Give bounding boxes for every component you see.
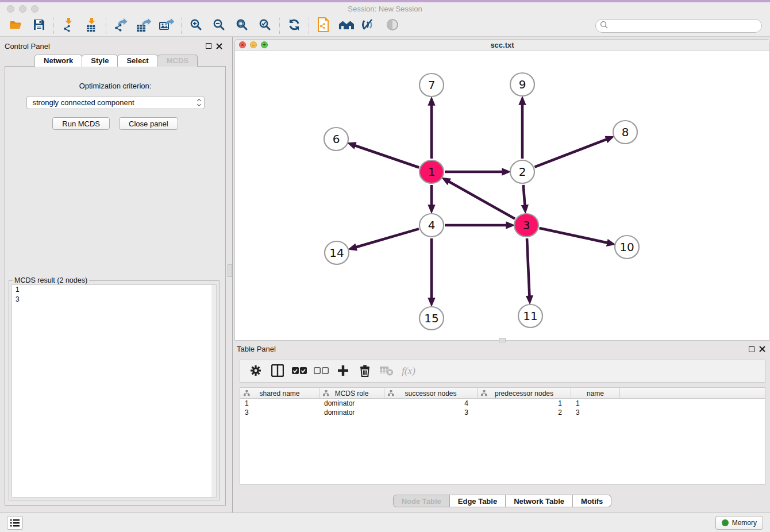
lens-button[interactable] <box>381 16 404 36</box>
column-header-predecessor-nodes[interactable]: predecessor nodes <box>478 388 571 399</box>
network-window-titlebar[interactable]: × – + scc.txt <box>235 40 769 51</box>
float-panel-icon[interactable] <box>206 43 211 49</box>
trash-button[interactable] <box>355 362 375 380</box>
node-9[interactable]: 9 <box>510 73 534 96</box>
close-panel-icon[interactable] <box>216 43 222 49</box>
edge-2-3[interactable] <box>523 185 525 206</box>
edge-2-8[interactable] <box>535 139 608 167</box>
add-button[interactable] <box>333 362 353 380</box>
column-header-name[interactable]: name <box>571 388 620 399</box>
close-table-panel-icon[interactable] <box>759 346 765 352</box>
column-header-MCDS-role[interactable]: MCDS role <box>319 388 384 399</box>
export-image-icon <box>159 18 174 33</box>
edge-3-10[interactable] <box>540 228 609 243</box>
node-10[interactable]: 10 <box>615 236 639 259</box>
import-table-button[interactable] <box>80 16 103 36</box>
zoom-out-button[interactable] <box>207 16 230 36</box>
export-table-button[interactable] <box>132 16 155 36</box>
edge-3-11[interactable] <box>527 238 530 297</box>
column-header-successor-nodes[interactable]: successor nodes <box>384 388 478 399</box>
tab-network[interactable]: Network <box>34 55 82 67</box>
checkboxes-off-icon <box>314 367 329 376</box>
table-row[interactable]: 1dominator411 <box>240 399 765 408</box>
result-scrollbar[interactable] <box>211 285 216 497</box>
save-button[interactable] <box>28 16 51 36</box>
tab-select[interactable]: Select <box>117 55 157 67</box>
search-box[interactable] <box>595 19 762 33</box>
task-history-button[interactable] <box>7 516 23 530</box>
node-14[interactable]: 14 <box>325 241 349 264</box>
search-input[interactable] <box>610 20 761 32</box>
search-icon <box>600 21 608 31</box>
cell-predecessor-nodes[interactable]: 1 <box>478 399 571 408</box>
zoom-in-button[interactable] <box>184 16 207 36</box>
splitter-handle[interactable] <box>228 264 232 277</box>
folder-open-button[interactable] <box>5 16 28 36</box>
cell-MCDS-role[interactable]: dominator <box>319 399 384 408</box>
table-delete-button <box>377 362 396 380</box>
criterion-select[interactable]: strongly connected component <box>26 96 205 109</box>
column-header-label: name <box>587 390 604 398</box>
network-canvas[interactable]: 7968124314101511 <box>235 51 769 340</box>
column-header-label: shared name <box>259 390 299 398</box>
eye-slash-button[interactable] <box>358 16 381 36</box>
memory-button[interactable]: Memory <box>715 516 763 530</box>
svg-text:15: 15 <box>424 311 438 325</box>
mcds-result-list[interactable]: 13 <box>11 284 217 498</box>
optimization-criterion-label: Optimization criterion: <box>5 82 225 90</box>
edge-3-1[interactable] <box>448 181 515 219</box>
houses-icon <box>338 18 355 33</box>
tab-network-table[interactable]: Network Table <box>506 495 573 507</box>
node-6[interactable]: 6 <box>324 128 348 151</box>
refresh-button[interactable] <box>283 16 306 36</box>
tab-style[interactable]: Style <box>82 55 118 67</box>
checkboxes-on-button[interactable] <box>290 362 309 380</box>
edge-1-6[interactable] <box>354 145 419 168</box>
svg-text:7: 7 <box>428 78 436 92</box>
node-4[interactable]: 4 <box>419 214 444 237</box>
node-7[interactable]: 7 <box>419 74 444 97</box>
close-panel-button[interactable]: Close panel <box>119 117 178 130</box>
toolbar-separator <box>53 18 54 34</box>
export-image-button[interactable] <box>155 16 178 36</box>
export-network-button[interactable] <box>109 16 132 36</box>
column-header-label: successor nodes <box>405 390 456 398</box>
cell-shared-name[interactable]: 3 <box>240 408 319 417</box>
zoom-fit-button[interactable] <box>230 16 253 36</box>
table-body: 1dominator4113dominator323 <box>240 399 765 417</box>
node-1[interactable]: 1 <box>419 160 444 183</box>
import-network-button[interactable] <box>57 16 80 36</box>
edge-4-14[interactable] <box>355 229 419 247</box>
column-header-shared-name[interactable]: shared name <box>240 388 319 399</box>
node-3[interactable]: 3 <box>514 214 538 237</box>
columns-button[interactable] <box>268 362 287 380</box>
main-titlebar[interactable]: Session: New Session <box>0 2 770 15</box>
run-mcds-button[interactable]: Run MCDS <box>52 117 110 130</box>
houses-button[interactable] <box>335 16 358 36</box>
cell-successor-nodes[interactable]: 4 <box>384 399 478 408</box>
node-11[interactable]: 11 <box>518 304 542 327</box>
cell-name[interactable]: 3 <box>571 408 620 417</box>
svg-text:10: 10 <box>619 240 634 254</box>
svg-text:8: 8 <box>622 125 629 139</box>
node-15[interactable]: 15 <box>419 307 444 330</box>
cell-MCDS-role[interactable]: dominator <box>319 408 384 417</box>
float-table-panel-icon[interactable] <box>749 346 754 352</box>
node-2[interactable]: 2 <box>510 160 534 183</box>
node-table[interactable]: shared nameMCDS rolesuccessor nodesprede… <box>240 387 765 485</box>
tab-node-table[interactable]: Node Table <box>393 495 450 507</box>
cell-predecessor-nodes[interactable]: 2 <box>478 408 571 417</box>
tab-edge-table[interactable]: Edge Table <box>450 495 506 507</box>
cell-shared-name[interactable]: 1 <box>240 399 319 408</box>
cell-name[interactable]: 1 <box>571 399 620 408</box>
vertical-splitter[interactable] <box>227 37 233 512</box>
cell-successor-nodes[interactable]: 3 <box>384 408 478 417</box>
table-row[interactable]: 3dominator323 <box>240 408 765 417</box>
node-8[interactable]: 8 <box>613 121 637 144</box>
checkboxes-off-button[interactable] <box>311 362 331 380</box>
gear-button[interactable] <box>246 362 265 380</box>
network-document-button[interactable] <box>312 16 335 36</box>
zoom-selected-button[interactable] <box>253 16 276 36</box>
tab-motifs[interactable]: Motifs <box>573 495 611 507</box>
tab-mcds[interactable]: MCDS <box>157 55 198 67</box>
